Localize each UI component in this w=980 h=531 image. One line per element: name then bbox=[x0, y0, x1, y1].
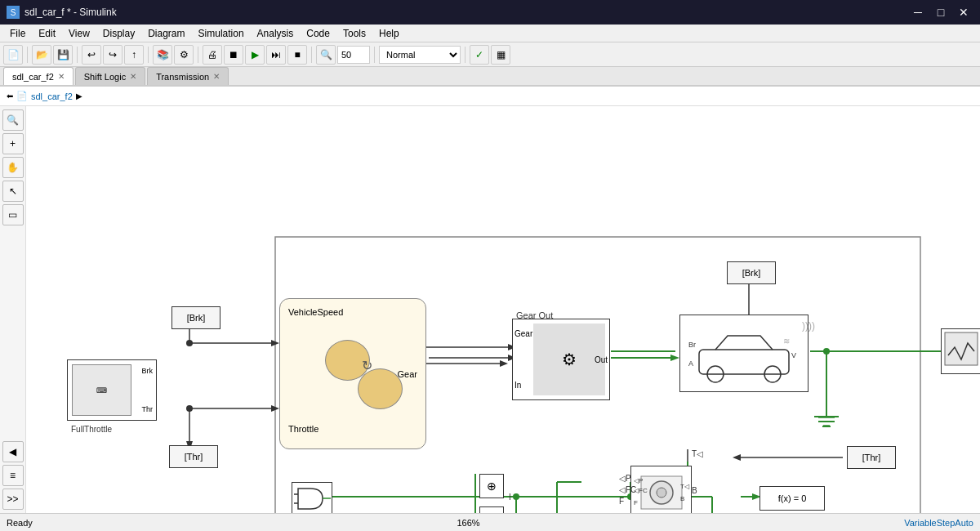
brk-signal-topright[interactable]: [Brk] bbox=[727, 261, 776, 284]
in-port-label: In bbox=[514, 381, 521, 390]
hide-button[interactable]: ◀ bbox=[2, 441, 24, 462]
tabs-bar: sdl_car_f2 ✕ Shift Logic ✕ Transmission … bbox=[0, 67, 980, 87]
status-text: Ready bbox=[7, 518, 33, 528]
b-label: B bbox=[692, 486, 697, 495]
save-button[interactable]: 💾 bbox=[53, 45, 73, 65]
sim-solver: VariableStepAuto bbox=[904, 518, 973, 528]
wifi-icon: )))) bbox=[802, 320, 815, 332]
zoom-icon-button[interactable]: 🔍 bbox=[316, 45, 336, 65]
svg-point-15 bbox=[513, 493, 519, 500]
car-svg: Br A V ≋ bbox=[687, 321, 801, 386]
gear-out-label: Gear Out bbox=[516, 310, 553, 320]
zoom-fit-button[interactable]: 🔍 bbox=[2, 109, 24, 131]
play-button[interactable]: ▶ bbox=[245, 45, 265, 65]
select-button[interactable]: ▭ bbox=[2, 204, 24, 225]
undo-button[interactable]: ↩ bbox=[82, 45, 101, 65]
menu-diagram[interactable]: Diagram bbox=[141, 26, 191, 41]
menu-edit[interactable]: Edit bbox=[32, 26, 62, 41]
close-button[interactable]: ✕ bbox=[954, 4, 973, 20]
tab-label: sdl_car_f2 bbox=[12, 72, 54, 82]
svg-text:Br: Br bbox=[688, 341, 696, 349]
and-gate-block[interactable] bbox=[292, 482, 332, 513]
menu-code[interactable]: Code bbox=[300, 26, 336, 41]
up-button[interactable]: ↑ bbox=[124, 45, 144, 65]
vehiclespeed-block[interactable]: VehicleSpeed Throttle ↻ Gear bbox=[279, 298, 426, 449]
gearbox-icon: ⚙ bbox=[562, 350, 577, 369]
fcn-block[interactable]: f(x) = 0 bbox=[760, 486, 825, 511]
tab-close-shiftlogic[interactable]: ✕ bbox=[130, 72, 136, 81]
svg-point-78 bbox=[657, 488, 666, 498]
breadcrumb-root[interactable]: sdl_car_f2 bbox=[31, 91, 73, 101]
menu-analysis[interactable]: Analysis bbox=[251, 26, 301, 41]
zoom-in-button[interactable]: + bbox=[2, 133, 24, 154]
breadcrumb-icon: 📄 bbox=[16, 91, 28, 101]
settings-button[interactable]: ⚙ bbox=[174, 45, 194, 65]
step-button[interactable]: ⏭ bbox=[266, 45, 286, 65]
record-button[interactable]: ⏹ bbox=[224, 45, 243, 65]
app-icon: S bbox=[7, 6, 20, 19]
canvas[interactable]: [Brk] ⌨ Brk Thr FullThrottle [Thr] Vehic… bbox=[26, 106, 980, 513]
fullthrottle-label: FullThrottle bbox=[71, 425, 112, 434]
status-bar: Ready 166% VariableStepAuto bbox=[0, 513, 980, 531]
maximize-button[interactable]: □ bbox=[931, 4, 951, 20]
engine-block[interactable]: ◁P ◁FC F T◁ B bbox=[630, 466, 692, 513]
brk-signal-label-topleft: [Brk] bbox=[187, 313, 206, 323]
menu-help[interactable]: Help bbox=[372, 26, 406, 41]
zoom-input[interactable] bbox=[337, 46, 370, 64]
menu-view[interactable]: View bbox=[62, 26, 96, 41]
i-label: I bbox=[509, 493, 511, 502]
sep1 bbox=[27, 47, 28, 63]
sep6 bbox=[374, 47, 375, 63]
f-label: F bbox=[619, 497, 624, 506]
check-button[interactable]: ✓ bbox=[470, 45, 489, 65]
throttle-label: Throttle bbox=[288, 424, 318, 434]
sep5 bbox=[311, 47, 312, 63]
out-port-label: Out bbox=[595, 355, 608, 364]
window-title: sdl_car_f * - Simulink bbox=[24, 7, 117, 18]
open-button[interactable]: 📂 bbox=[32, 45, 51, 65]
svg-point-6 bbox=[823, 348, 830, 355]
tab-close-trans[interactable]: ✕ bbox=[213, 72, 220, 81]
scope-block[interactable] bbox=[941, 328, 980, 374]
lib-button[interactable]: 📚 bbox=[153, 45, 172, 65]
print-button[interactable]: 🖨 bbox=[203, 45, 222, 65]
redo-button[interactable]: ↪ bbox=[103, 45, 122, 65]
menu-simulation[interactable]: Simulation bbox=[192, 26, 251, 41]
title-bar: S sdl_car_f * - Simulink ─ □ ✕ bbox=[0, 0, 980, 25]
fcn-label: f(x) = 0 bbox=[778, 493, 807, 503]
gearbox-block[interactable]: ⚙ Gear In Out bbox=[512, 319, 610, 400]
new-button[interactable]: 📄 bbox=[3, 45, 23, 65]
pan-button[interactable]: ✋ bbox=[2, 157, 24, 178]
coupling-block1[interactable]: ⊕ bbox=[479, 474, 504, 498]
brk-signal-block-topleft[interactable]: [Brk] bbox=[172, 306, 220, 329]
menu-display[interactable]: Display bbox=[96, 26, 141, 41]
coupling1-icon: ⊕ bbox=[487, 480, 497, 493]
tab-sdlcarf2[interactable]: sdl_car_f2 ✕ bbox=[3, 67, 74, 85]
coupling-block2[interactable]: ⊕ bbox=[479, 506, 504, 513]
svg-marker-31 bbox=[500, 360, 508, 367]
minimize-button[interactable]: ─ bbox=[908, 4, 928, 20]
gear-port-label: Gear bbox=[514, 329, 532, 338]
cursor-button[interactable]: ↖ bbox=[2, 181, 24, 202]
tab-shiftlogic[interactable]: Shift Logic ✕ bbox=[75, 67, 145, 85]
menu-tools[interactable]: Tools bbox=[336, 26, 372, 41]
tab-close-sdlcarf2[interactable]: ✕ bbox=[58, 72, 65, 81]
tab-transmission[interactable]: Transmission ✕ bbox=[147, 67, 229, 85]
toolbar: 📄 📂 💾 ↩ ↪ ↑ 📚 ⚙ 🖨 ⏹ ▶ ⏭ ■ 🔍 Normal Accel… bbox=[0, 42, 980, 67]
svg-text:F: F bbox=[634, 499, 638, 506]
more-button[interactable]: >> bbox=[2, 489, 24, 510]
tab-label-trans: Transmission bbox=[156, 72, 209, 82]
grid-button[interactable]: ▦ bbox=[491, 45, 510, 65]
expand-button[interactable]: ≡ bbox=[2, 465, 24, 486]
thr-signal-right[interactable]: [Thr] bbox=[847, 446, 896, 469]
fullthrottle-block[interactable]: ⌨ Brk Thr bbox=[67, 359, 157, 421]
engine-svg: ◁P ◁FC F T◁ B bbox=[633, 468, 690, 514]
thr-signal-block[interactable]: [Thr] bbox=[169, 445, 218, 468]
svg-point-42 bbox=[186, 340, 193, 346]
svg-marker-40 bbox=[271, 405, 279, 412]
sim-mode-select[interactable]: Normal Accelerator Rapid Accelerator bbox=[379, 46, 461, 64]
vehicle-block[interactable]: Br A V ≋ bbox=[679, 315, 808, 392]
svg-text:V: V bbox=[791, 351, 796, 359]
menu-file[interactable]: File bbox=[3, 26, 32, 41]
stop-button[interactable]: ■ bbox=[287, 45, 307, 65]
